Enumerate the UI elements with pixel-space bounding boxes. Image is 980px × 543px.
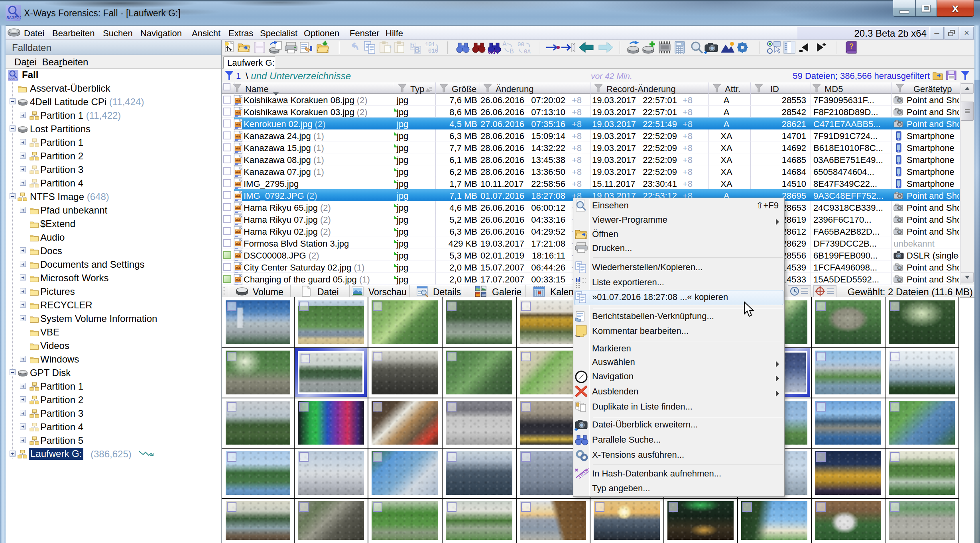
svg-text:5A3F2C: 5A3F2C bbox=[6, 16, 21, 20]
svg-text:101: 101 bbox=[425, 41, 435, 48]
svg-text:?: ? bbox=[849, 42, 854, 50]
svg-text:010: 010 bbox=[428, 48, 438, 54]
svg-text:B: B bbox=[414, 45, 420, 54]
svg-text:00: 00 bbox=[518, 41, 524, 48]
svg-text:5A3F2: 5A3F2 bbox=[8, 77, 18, 81]
svg-text:0xFF: 0xFF bbox=[488, 50, 500, 54]
svg-text:B: B bbox=[510, 48, 514, 54]
svg-text:0: 0 bbox=[681, 43, 683, 45]
svg-text:b: b bbox=[410, 41, 414, 49]
svg-text:x: x bbox=[952, 1, 959, 14]
svg-text:A: A bbox=[502, 41, 507, 47]
svg-text:0A: 0A bbox=[524, 49, 531, 54]
